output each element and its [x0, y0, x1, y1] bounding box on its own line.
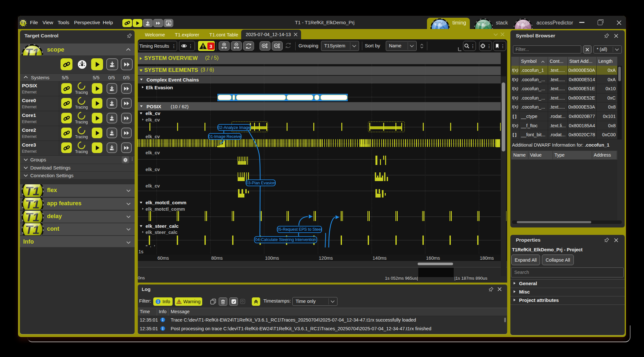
- svg-text:T1: T1: [21, 21, 25, 25]
